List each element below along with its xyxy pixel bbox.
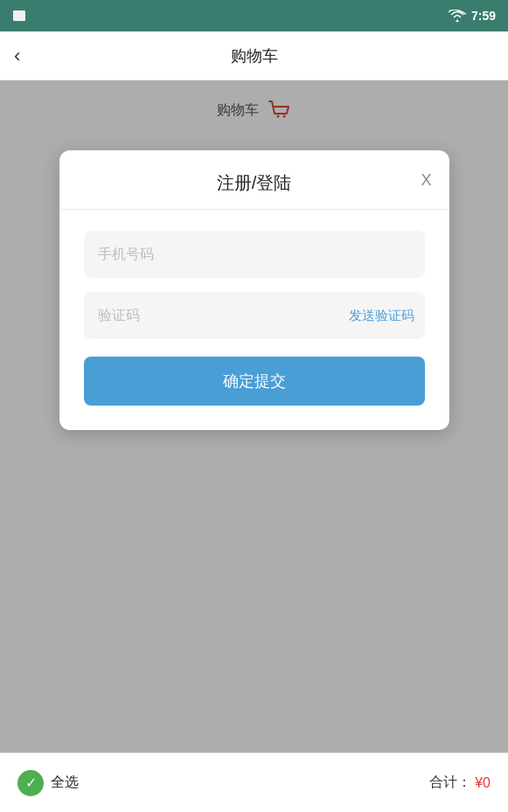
dialog-body: 发送验证码 确定提交: [59, 210, 449, 406]
notification-icon: [12, 9, 30, 23]
dialog-title: 注册/登陆: [217, 171, 292, 195]
status-bar-left: [12, 9, 30, 23]
dialog-close-button[interactable]: X: [421, 170, 431, 189]
nav-bar: ‹ 购物车: [0, 31, 508, 80]
phone-input[interactable]: [84, 231, 425, 278]
status-bar: 7:59: [0, 0, 508, 31]
login-dialog: 注册/登陆 X 发送验证码 确定提交: [59, 150, 449, 430]
select-all-label: 全选: [51, 774, 79, 792]
send-code-button[interactable]: 发送验证码: [349, 308, 414, 324]
code-input-row: 发送验证码: [84, 292, 425, 339]
status-bar-right: 7:59: [449, 9, 496, 23]
page-title: 购物车: [231, 45, 278, 66]
total-area: 合计： ¥0: [429, 774, 491, 792]
submit-button[interactable]: 确定提交: [84, 357, 425, 406]
status-time: 7:59: [471, 9, 496, 23]
select-all-area[interactable]: ✓ 全选: [17, 770, 79, 796]
overlay: 注册/登陆 X 发送验证码 确定提交: [0, 80, 508, 753]
checkmark-icon: ✓: [25, 774, 37, 791]
wifi-icon: [449, 10, 466, 22]
total-label: 合计：: [429, 774, 471, 792]
main-content: 购物车 注册/登陆 X 发送验证码 确定: [0, 80, 508, 753]
select-all-checkbox[interactable]: ✓: [17, 770, 44, 796]
svg-rect-0: [13, 10, 25, 21]
total-amount: ¥0: [475, 775, 491, 791]
dialog-header: 注册/登陆 X: [59, 150, 449, 210]
bottom-bar: ✓ 全选 合计： ¥0: [0, 753, 508, 812]
back-button[interactable]: ‹: [14, 45, 20, 67]
